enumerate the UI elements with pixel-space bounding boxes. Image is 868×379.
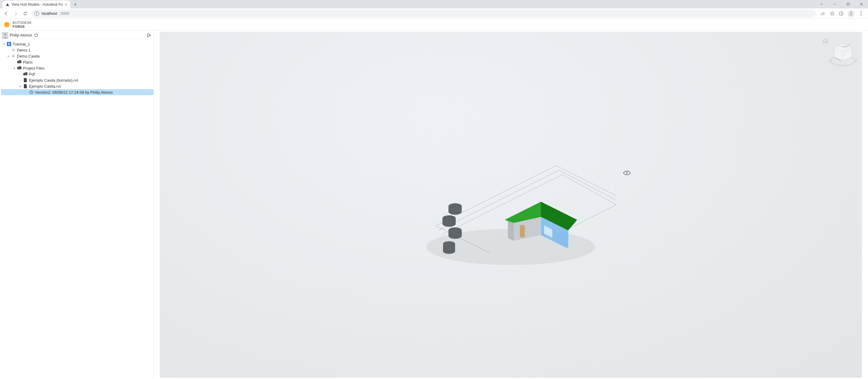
svg-point-34 [448, 209, 462, 215]
forge-logo-icon [4, 22, 10, 27]
browser-tab-strip: View Hub Models - Autodesk Fo × + [0, 0, 868, 8]
svg-rect-48 [520, 225, 525, 238]
svg-point-22 [625, 171, 626, 172]
project-icon [11, 48, 16, 53]
tree-node-folder[interactable]: ▸ Pdf [1, 71, 153, 77]
nav-forward-button[interactable] [12, 10, 19, 17]
tree-node-folder[interactable]: ▾ Project Files [1, 65, 153, 71]
svg-point-13 [13, 50, 14, 51]
folder-icon [17, 60, 22, 64]
svg-point-7 [861, 15, 861, 16]
logout-icon[interactable] [146, 33, 152, 38]
tree-node-project[interactable]: ▸ Demo 1 [1, 47, 153, 53]
url-port: :3000 [59, 11, 69, 16]
tree-node-file[interactable]: ▸ Ejemplo Casita (borrado).rvt [1, 77, 153, 83]
tree-label: Ejemplo Casita (borrado).rvt [29, 78, 78, 83]
tab-title: View Hub Models - Autodesk Fo [11, 2, 63, 7]
window-maximize-button[interactable] [841, 0, 855, 8]
tree-label: Tutorial_1 [13, 42, 30, 46]
collapse-icon[interactable]: ▾ [13, 67, 16, 70]
svg-point-21 [626, 172, 627, 173]
svg-point-37 [442, 221, 456, 227]
side-panel-icon[interactable] [838, 11, 844, 16]
sidebar-header: Philip Alonso [0, 31, 153, 40]
site-info-icon[interactable]: i [34, 11, 39, 16]
svg-line-29 [562, 175, 616, 205]
user-avatar-icon [2, 32, 8, 38]
tree-label: Plans [23, 60, 33, 64]
tree-label: Demo Casita [17, 54, 39, 58]
window-caret-down-button[interactable] [815, 0, 828, 8]
browser-tab[interactable]: View Hub Models - Autodesk Fo × [2, 1, 70, 8]
svg-text:B: B [8, 42, 10, 46]
nav-reload-button[interactable] [22, 10, 29, 17]
svg-line-27 [556, 166, 616, 196]
bim360-hub-icon: B [7, 41, 11, 46]
svg-marker-47 [508, 221, 514, 241]
project-tree: ▾ B Tutorial_1 ▸ Demo 1 ▾ Demo Casita ▸ [0, 40, 153, 96]
user-name: Philip Alonso [10, 33, 32, 37]
model-scene [399, 148, 622, 275]
svg-line-28 [559, 170, 616, 200]
address-bar[interactable]: i localhost:3000 [31, 10, 816, 18]
nav-back-button[interactable] [2, 10, 10, 17]
tree-node-folder[interactable]: ▸ Plans [1, 59, 153, 65]
folder-icon [17, 66, 22, 70]
tree-node-project[interactable]: ▾ Demo Casita [1, 53, 153, 59]
svg-rect-1 [847, 3, 849, 5]
collapse-icon[interactable]: ▾ [19, 85, 22, 88]
svg-point-4 [850, 12, 852, 13]
svg-point-5 [861, 11, 861, 12]
share-icon[interactable] [820, 11, 826, 16]
tree-node-version-selected[interactable]: ▸ Versión2: 08/09/22 17:24:08 by Philip … [1, 89, 153, 95]
orbit-cursor-icon [623, 170, 631, 177]
collapse-icon[interactable]: ▾ [2, 42, 5, 46]
url-host: localhost [41, 11, 57, 16]
profile-avatar-button[interactable] [847, 10, 855, 17]
tree-label: Project Files [23, 66, 44, 70]
file-icon [23, 84, 28, 89]
clock-icon [29, 90, 34, 95]
svg-point-9 [4, 33, 6, 36]
tree-node-file[interactable]: ▾ Ejemplo Casita.rvt [1, 83, 153, 89]
svg-rect-2 [839, 12, 843, 15]
window-close-button[interactable] [855, 0, 868, 8]
file-icon [23, 78, 28, 83]
tree-label: Versión2: 08/09/22 17:24:08 by Philip Al… [35, 90, 113, 95]
new-tab-button[interactable]: + [71, 1, 79, 8]
tree-label: Ejemplo Casita.rvt [29, 84, 61, 89]
svg-point-6 [861, 13, 861, 14]
viewer-canvas[interactable]: TOP FRONT RIGHT [160, 32, 862, 378]
tree-label: Demo 1 [17, 48, 31, 53]
brand-text: AUTODESK FORGE [13, 21, 32, 28]
svg-point-40 [448, 233, 462, 239]
refresh-icon[interactable] [34, 33, 38, 38]
collapse-icon[interactable]: ▾ [7, 55, 10, 58]
app-header: AUTODESK FORGE [0, 19, 868, 31]
svg-point-43 [443, 249, 455, 254]
favicon-icon [5, 2, 10, 7]
browser-toolbar: i localhost:3000 [0, 8, 868, 19]
kebab-menu-icon[interactable] [858, 11, 864, 16]
tree-node-hub[interactable]: ▾ B Tutorial_1 [1, 41, 153, 47]
sidebar: Philip Alonso ▾ B Tutorial_1 ▸ Demo 1 ▾ … [0, 31, 154, 379]
project-icon [11, 54, 16, 58]
close-icon[interactable]: × [65, 2, 67, 7]
window-minimize-button[interactable] [828, 0, 841, 8]
viewer-home-icon[interactable] [823, 38, 829, 44]
bookmark-star-icon[interactable] [830, 11, 835, 16]
viewer-panel: TOP FRONT RIGHT [154, 31, 868, 379]
svg-point-15 [13, 56, 14, 57]
tree-label: Pdf [29, 72, 35, 76]
viewcube[interactable]: TOP FRONT RIGHT [829, 41, 857, 69]
folder-icon [23, 72, 28, 76]
